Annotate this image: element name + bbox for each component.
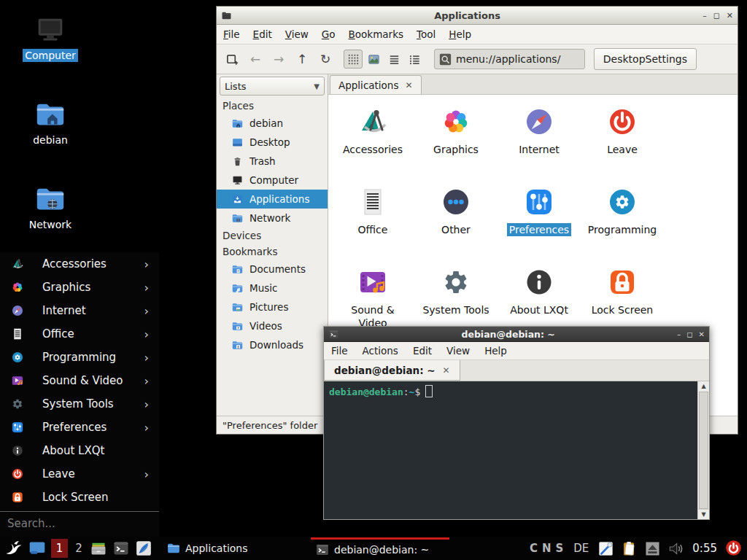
keyboard-indicator-n: N: [542, 542, 552, 555]
menubar-item-file[interactable]: File: [217, 28, 247, 40]
task-buttons: Applicationsdebian@debian: ~: [162, 537, 449, 560]
maximize-icon[interactable]: ◻: [686, 330, 692, 338]
file-manager-titlebar[interactable]: Applications –◻✕: [217, 7, 738, 25]
app-category-preferences[interactable]: Preferences: [498, 184, 581, 260]
desktop-settings-button[interactable]: DesktopSettings: [594, 48, 697, 70]
scroll-down-icon[interactable]: ▼: [698, 509, 709, 519]
tab-applications[interactable]: Applications ✕: [330, 75, 422, 94]
app-category-programming[interactable]: Programming: [581, 184, 664, 260]
desktop-icon-debian[interactable]: debian: [16, 98, 85, 147]
menubar-item-bookmarks[interactable]: Bookmarks: [342, 28, 410, 40]
terminal-tab[interactable]: debian@debian: ~ ✕: [324, 360, 460, 381]
app-category-graphics[interactable]: Graphics: [414, 104, 498, 179]
close-icon[interactable]: ✕: [699, 330, 705, 338]
compact-view-button[interactable]: [405, 50, 424, 69]
app-category-accessories[interactable]: Accessories: [331, 104, 414, 179]
clipboard-icon[interactable]: [621, 540, 638, 557]
menu-item-graphics[interactable]: Graphics›: [0, 276, 159, 299]
menu-search-input[interactable]: [0, 512, 159, 535]
close-icon[interactable]: ✕: [727, 12, 733, 20]
scrollbar-thumb[interactable]: [699, 392, 708, 509]
thumbnail-view-button[interactable]: [364, 50, 383, 69]
terminal-menubar-item-help[interactable]: Help: [477, 345, 514, 357]
main-menu-button[interactable]: [4, 539, 23, 558]
menu-item-programming[interactable]: Programming›: [0, 346, 159, 369]
sidebar-item-desktop[interactable]: Desktop: [217, 133, 328, 152]
menu-item-about-lxqt[interactable]: About LXQt: [0, 439, 159, 462]
sidebar-item-debian[interactable]: debian: [217, 114, 328, 133]
app-category-leave[interactable]: Leave: [581, 104, 664, 179]
app-category-office[interactable]: Office: [331, 184, 414, 260]
sidebar-item-documents[interactable]: Documents: [217, 260, 328, 279]
tab-close-icon[interactable]: ✕: [443, 365, 450, 376]
icon-view-button[interactable]: [344, 50, 363, 69]
keyboard-layout[interactable]: DE: [573, 542, 589, 555]
clock[interactable]: 0:55: [692, 542, 717, 555]
app-category-internet[interactable]: Internet: [498, 104, 581, 179]
terminal-screen[interactable]: debian@debian:~$: [324, 381, 697, 519]
sidebar-item-trash[interactable]: Trash: [217, 152, 328, 171]
menubar-item-go[interactable]: Go: [315, 28, 342, 40]
sidebar-item-videos[interactable]: Videos: [217, 316, 328, 335]
minimize-icon[interactable]: –: [703, 12, 707, 20]
menu-item-sound-video[interactable]: Sound & Video›: [0, 369, 159, 392]
menubar-item-tool[interactable]: Tool: [410, 28, 442, 40]
menu-item-lock-screen[interactable]: Lock Screen: [0, 486, 159, 509]
power-button[interactable]: [725, 540, 743, 557]
terminal-menubar-item-edit[interactable]: Edit: [406, 345, 439, 357]
featherpad-launcher[interactable]: [135, 540, 152, 557]
tab-close-icon[interactable]: ✕: [405, 80, 412, 90]
menubar-item-view[interactable]: View: [279, 28, 315, 40]
workspace-1-button[interactable]: 1: [51, 539, 68, 558]
new-tab-button[interactable]: [222, 50, 241, 69]
up-button[interactable]: ↑: [293, 50, 311, 69]
menu-item-internet[interactable]: Internet›: [0, 299, 159, 322]
workspace-2-button[interactable]: 2: [73, 542, 85, 555]
detailed-list-view-button[interactable]: [384, 50, 403, 69]
maximize-icon[interactable]: ◻: [713, 12, 720, 20]
task-button-applications[interactable]: Applications: [162, 538, 301, 559]
menu-item-preferences[interactable]: Preferences›: [0, 416, 159, 439]
menu-item-office[interactable]: Office›: [0, 322, 159, 346]
terminal-menubar-item-actions[interactable]: Actions: [355, 345, 406, 357]
desktop-icon-network[interactable]: Network: [16, 182, 85, 231]
menubar-item-help[interactable]: Help: [442, 28, 478, 40]
sidebar-section-devices: Devices: [217, 228, 328, 244]
terminal-launcher[interactable]: [112, 540, 130, 557]
sidebar-item-music[interactable]: Music: [217, 279, 328, 298]
file-manager-launcher[interactable]: [90, 540, 107, 557]
desktop-icon-computer[interactable]: Computer: [16, 13, 85, 62]
prompt-user-host: debian@debian: [329, 386, 403, 397]
menu-item-label: Leave: [42, 467, 144, 481]
sidebar-item-network[interactable]: Network: [217, 209, 328, 228]
back-button[interactable]: ←: [246, 50, 265, 69]
terminal-menubar-item-view[interactable]: View: [439, 345, 477, 357]
desktop-pager-icon[interactable]: [28, 540, 46, 557]
chevron-right-icon: ›: [144, 467, 152, 481]
sidebar-item-downloads[interactable]: Downloads: [217, 335, 328, 354]
menubar-item-edit[interactable]: Edit: [247, 28, 279, 40]
forward-button[interactable]: →: [269, 50, 288, 69]
path-bar[interactable]: menu://applications/: [434, 49, 585, 69]
terminal-titlebar[interactable]: debian@debian: ~ –◻✕: [324, 327, 709, 342]
volume-icon[interactable]: [667, 540, 684, 557]
menu-item-accessories[interactable]: Accessories›: [0, 252, 159, 276]
app-category-other[interactable]: Other: [414, 184, 498, 260]
eject-icon[interactable]: [644, 540, 661, 557]
file-manager-toolbar: ← → ↑ ↻ menu://applications/ DesktopSett…: [217, 44, 738, 74]
sidebar-item-computer[interactable]: Computer: [217, 171, 328, 190]
menu-item-leave[interactable]: Leave›: [0, 462, 159, 486]
terminal-menubar-item-file[interactable]: File: [324, 345, 355, 357]
scroll-up-icon[interactable]: ▲: [698, 381, 709, 391]
terminal-tab-label: debian@debian: ~: [334, 365, 436, 376]
terminal-scrollbar[interactable]: ▲ ▼: [697, 381, 709, 519]
minimize-icon[interactable]: –: [677, 330, 681, 338]
lists-combobox[interactable]: Lists ▼: [220, 77, 325, 96]
task-button-debian-debian[interactable]: debian@debian: ~: [311, 537, 449, 560]
menu-item-system-tools[interactable]: System Tools›: [0, 392, 159, 416]
sidebar-item-applications[interactable]: Applications: [217, 190, 328, 209]
sidebar-item-pictures[interactable]: Pictures: [217, 298, 328, 316]
reload-button[interactable]: ↻: [316, 50, 335, 69]
menu-item-label: Programming: [42, 351, 144, 364]
screenshot-icon[interactable]: [597, 540, 614, 557]
